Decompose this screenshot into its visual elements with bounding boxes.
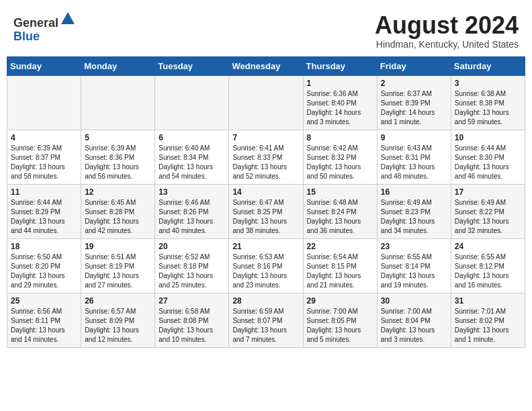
- day-info: Sunrise: 6:47 AM Sunset: 8:25 PM Dayligh…: [232, 198, 299, 236]
- calendar-week-4: 18Sunrise: 6:50 AM Sunset: 8:20 PM Dayli…: [7, 238, 525, 293]
- calendar-cell: 15Sunrise: 6:48 AM Sunset: 8:24 PM Dayli…: [303, 184, 377, 238]
- day-number: 4: [11, 133, 77, 142]
- day-info: Sunrise: 6:51 AM Sunset: 8:19 PM Dayligh…: [85, 253, 151, 290]
- day-number: 26: [85, 296, 151, 306]
- calendar-cell: 4Sunrise: 6:39 AM Sunset: 8:37 PM Daylig…: [7, 130, 81, 184]
- calendar-cell: 11Sunrise: 6:44 AM Sunset: 8:29 PM Dayli…: [7, 184, 81, 238]
- calendar-cell: [155, 75, 229, 130]
- day-info: Sunrise: 6:49 AM Sunset: 8:22 PM Dayligh…: [455, 198, 521, 236]
- calendar-cell: 21Sunrise: 6:53 AM Sunset: 8:16 PM Dayli…: [229, 238, 303, 293]
- logo-icon: [60, 11, 76, 27]
- calendar-cell: 9Sunrise: 6:43 AM Sunset: 8:31 PM Daylig…: [377, 130, 451, 184]
- day-number: 1: [307, 79, 373, 88]
- weekday-row: SundayMondayTuesdayWednesdayThursdayFrid…: [7, 56, 525, 75]
- day-number: 28: [232, 296, 299, 306]
- day-info: Sunrise: 7:01 AM Sunset: 8:02 PM Dayligh…: [455, 307, 521, 345]
- day-info: Sunrise: 6:44 AM Sunset: 8:30 PM Dayligh…: [455, 144, 521, 181]
- calendar-cell: 22Sunrise: 6:54 AM Sunset: 8:15 PM Dayli…: [303, 238, 377, 293]
- day-number: 31: [455, 296, 521, 306]
- weekday-header-tuesday: Tuesday: [155, 56, 229, 75]
- day-info: Sunrise: 6:55 AM Sunset: 8:12 PM Dayligh…: [455, 253, 521, 290]
- day-number: 17: [455, 187, 521, 197]
- weekday-header-friday: Friday: [377, 56, 451, 75]
- day-info: Sunrise: 7:00 AM Sunset: 8:04 PM Dayligh…: [381, 307, 447, 345]
- calendar-cell: 5Sunrise: 6:39 AM Sunset: 8:36 PM Daylig…: [81, 130, 155, 184]
- day-number: 29: [307, 296, 373, 306]
- day-info: Sunrise: 6:36 AM Sunset: 8:40 PM Dayligh…: [307, 89, 373, 127]
- day-info: Sunrise: 6:38 AM Sunset: 8:38 PM Dayligh…: [455, 89, 521, 127]
- calendar-cell: [81, 75, 155, 130]
- calendar-cell: 19Sunrise: 6:51 AM Sunset: 8:19 PM Dayli…: [81, 238, 155, 293]
- day-number: 19: [85, 242, 151, 251]
- day-number: 24: [455, 242, 521, 251]
- calendar-cell: 25Sunrise: 6:56 AM Sunset: 8:11 PM Dayli…: [7, 293, 81, 347]
- logo-blue: Blue: [13, 30, 40, 43]
- calendar-week-5: 25Sunrise: 6:56 AM Sunset: 8:11 PM Dayli…: [7, 293, 525, 347]
- day-info: Sunrise: 6:41 AM Sunset: 8:33 PM Dayligh…: [232, 144, 299, 181]
- day-number: 3: [455, 79, 521, 88]
- day-info: Sunrise: 6:53 AM Sunset: 8:16 PM Dayligh…: [232, 253, 299, 290]
- month-year: August 2024: [375, 12, 519, 39]
- day-number: 22: [307, 242, 373, 251]
- calendar-cell: 2Sunrise: 6:37 AM Sunset: 8:39 PM Daylig…: [377, 75, 451, 130]
- title-block: August 2024 Hindman, Kentucky, United St…: [375, 12, 519, 50]
- day-number: 16: [381, 187, 447, 197]
- day-info: Sunrise: 6:46 AM Sunset: 8:26 PM Dayligh…: [159, 198, 225, 236]
- day-number: 9: [381, 133, 447, 142]
- day-info: Sunrise: 6:57 AM Sunset: 8:09 PM Dayligh…: [85, 307, 151, 345]
- calendar-cell: [7, 75, 81, 130]
- calendar-week-3: 11Sunrise: 6:44 AM Sunset: 8:29 PM Dayli…: [7, 184, 525, 238]
- weekday-header-wednesday: Wednesday: [229, 56, 303, 75]
- svg-marker-0: [61, 12, 75, 24]
- calendar-cell: 27Sunrise: 6:58 AM Sunset: 8:08 PM Dayli…: [155, 293, 229, 347]
- calendar-cell: 18Sunrise: 6:50 AM Sunset: 8:20 PM Dayli…: [7, 238, 81, 293]
- day-number: 7: [232, 133, 299, 142]
- day-number: 25: [11, 296, 77, 306]
- day-number: 10: [455, 133, 521, 142]
- day-number: 5: [85, 133, 151, 142]
- day-info: Sunrise: 6:59 AM Sunset: 8:07 PM Dayligh…: [232, 307, 299, 345]
- day-info: Sunrise: 6:45 AM Sunset: 8:28 PM Dayligh…: [85, 198, 151, 236]
- day-info: Sunrise: 6:50 AM Sunset: 8:20 PM Dayligh…: [11, 253, 77, 290]
- day-number: 14: [232, 187, 299, 197]
- calendar-cell: 10Sunrise: 6:44 AM Sunset: 8:30 PM Dayli…: [451, 130, 525, 184]
- calendar-cell: 17Sunrise: 6:49 AM Sunset: 8:22 PM Dayli…: [451, 184, 525, 238]
- day-info: Sunrise: 6:56 AM Sunset: 8:11 PM Dayligh…: [11, 307, 77, 345]
- calendar-cell: 6Sunrise: 6:40 AM Sunset: 8:34 PM Daylig…: [155, 130, 229, 184]
- calendar-cell: 1Sunrise: 6:36 AM Sunset: 8:40 PM Daylig…: [303, 75, 377, 130]
- day-info: Sunrise: 6:37 AM Sunset: 8:39 PM Dayligh…: [381, 89, 447, 127]
- day-info: Sunrise: 6:39 AM Sunset: 8:37 PM Dayligh…: [11, 144, 77, 181]
- calendar-cell: [229, 75, 303, 130]
- day-info: Sunrise: 6:48 AM Sunset: 8:24 PM Dayligh…: [307, 198, 373, 236]
- day-info: Sunrise: 6:44 AM Sunset: 8:29 PM Dayligh…: [11, 198, 77, 236]
- day-info: Sunrise: 6:58 AM Sunset: 8:08 PM Dayligh…: [159, 307, 225, 345]
- weekday-header-sunday: Sunday: [7, 56, 81, 75]
- calendar-cell: 24Sunrise: 6:55 AM Sunset: 8:12 PM Dayli…: [451, 238, 525, 293]
- location: Hindman, Kentucky, United States: [375, 39, 519, 50]
- calendar-header: SundayMondayTuesdayWednesdayThursdayFrid…: [7, 56, 525, 75]
- day-info: Sunrise: 6:39 AM Sunset: 8:36 PM Dayligh…: [85, 144, 151, 181]
- calendar-table: SundayMondayTuesdayWednesdayThursdayFrid…: [7, 56, 525, 348]
- logo-text: General Blue: [13, 12, 76, 44]
- day-number: 12: [85, 187, 151, 197]
- page-header: General Blue August 2024 Hindman, Kentuc…: [7, 7, 525, 52]
- day-info: Sunrise: 6:43 AM Sunset: 8:31 PM Dayligh…: [381, 144, 447, 181]
- day-number: 21: [232, 242, 299, 251]
- calendar-cell: 26Sunrise: 6:57 AM Sunset: 8:09 PM Dayli…: [81, 293, 155, 347]
- day-number: 11: [11, 187, 77, 197]
- day-number: 30: [381, 296, 447, 306]
- day-number: 27: [159, 296, 225, 306]
- calendar-cell: 12Sunrise: 6:45 AM Sunset: 8:28 PM Dayli…: [81, 184, 155, 238]
- day-info: Sunrise: 7:00 AM Sunset: 8:05 PM Dayligh…: [307, 307, 373, 345]
- weekday-header-monday: Monday: [81, 56, 155, 75]
- logo: General Blue: [13, 12, 76, 44]
- day-number: 13: [159, 187, 225, 197]
- calendar-cell: 31Sunrise: 7:01 AM Sunset: 8:02 PM Dayli…: [451, 293, 525, 347]
- day-info: Sunrise: 6:54 AM Sunset: 8:15 PM Dayligh…: [307, 253, 373, 290]
- day-number: 15: [307, 187, 373, 197]
- weekday-header-saturday: Saturday: [451, 56, 525, 75]
- calendar-week-2: 4Sunrise: 6:39 AM Sunset: 8:37 PM Daylig…: [7, 130, 525, 184]
- day-number: 20: [159, 242, 225, 251]
- calendar-week-1: 1Sunrise: 6:36 AM Sunset: 8:40 PM Daylig…: [7, 75, 525, 130]
- calendar-cell: 14Sunrise: 6:47 AM Sunset: 8:25 PM Dayli…: [229, 184, 303, 238]
